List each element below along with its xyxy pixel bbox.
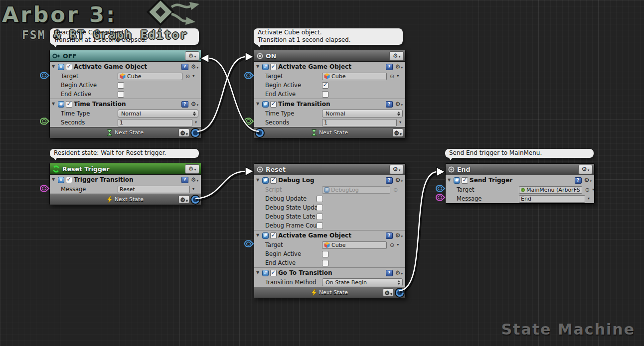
behavior-settings-button[interactable]: ⚙▾ <box>584 177 592 183</box>
time-type-dropdown[interactable]: Normal <box>322 110 403 117</box>
begin-active-checkbox[interactable] <box>118 82 124 89</box>
output-port[interactable] <box>396 289 404 297</box>
comment-bubble-off[interactable]: Deactivate Cube object. Transition at 1 … <box>50 28 199 45</box>
fold-arrow-icon[interactable]: ▼ <box>52 65 56 69</box>
transition-arrowhead[interactable] <box>200 54 209 63</box>
fold-arrow-icon[interactable]: ▼ <box>52 102 56 106</box>
input-slot-gameobject[interactable] <box>244 240 254 247</box>
state-settings-button[interactable]: ⚙▾ <box>389 165 404 174</box>
state-header-reset-trigger[interactable]: Reset Trigger ⚙▾ <box>50 163 201 175</box>
state-settings-button[interactable]: ⚙▾ <box>185 51 199 61</box>
transition-settings-button[interactable]: ⚙▾ <box>392 128 403 137</box>
help-icon[interactable]: ? <box>181 64 188 70</box>
state-header-off[interactable]: OFF ⚙▾ <box>50 50 201 62</box>
transition-wire[interactable] <box>195 171 246 199</box>
object-picker-icon[interactable]: ⊙ <box>390 242 394 248</box>
object-picker-icon[interactable]: ⊙ <box>585 187 590 193</box>
output-port[interactable] <box>256 129 264 137</box>
data-slot-dropdown-icon[interactable]: ▾ <box>192 187 194 191</box>
input-slot-gameobject[interactable] <box>244 72 254 79</box>
input-slot-float[interactable] <box>39 117 50 125</box>
behavior-settings-button[interactable]: ⚙▾ <box>191 101 198 107</box>
input-slot-string[interactable] <box>435 194 446 201</box>
begin-active-checkbox[interactable]: ✓ <box>322 82 328 89</box>
behavior-enabled-checkbox[interactable]: ✓ <box>270 64 277 70</box>
state-settings-button[interactable]: ⚙▾ <box>578 165 593 174</box>
help-icon[interactable]: ? <box>181 101 188 108</box>
transition-settings-button[interactable]: ⚙▾ <box>178 128 189 137</box>
message-input[interactable]: End <box>519 195 585 203</box>
data-slot-dropdown-icon[interactable]: ▾ <box>592 188 594 192</box>
input-slot-gameobject[interactable] <box>435 185 446 192</box>
debug-frame-count-checkbox[interactable] <box>317 223 323 229</box>
object-picker-icon[interactable]: ⊙ <box>390 74 394 79</box>
time-type-dropdown[interactable]: Normal <box>118 110 198 117</box>
help-icon[interactable]: ? <box>386 232 393 239</box>
fold-arrow-icon[interactable]: ▼ <box>256 178 261 182</box>
behavior-settings-button[interactable]: ⚙▾ <box>395 270 403 276</box>
fold-arrow-icon[interactable]: ▼ <box>256 271 261 275</box>
help-icon[interactable]: ? <box>386 64 393 70</box>
output-port[interactable] <box>191 129 199 137</box>
input-slot-gameobject[interactable] <box>39 72 50 79</box>
help-icon[interactable]: ? <box>575 177 582 184</box>
behavior-settings-button[interactable]: ⚙▾ <box>395 232 403 238</box>
fold-arrow-icon[interactable]: ▼ <box>256 65 261 69</box>
data-slot-dropdown-icon[interactable]: ▾ <box>397 243 399 247</box>
end-active-checkbox[interactable] <box>322 91 328 98</box>
comment-bubble-end[interactable]: Send End trigger to MainMenu. <box>445 149 594 158</box>
data-slot-dropdown-icon[interactable]: ▾ <box>588 197 590 201</box>
behavior-enabled-checkbox[interactable]: ✓ <box>66 101 72 108</box>
input-slot-float[interactable] <box>244 117 254 125</box>
behavior-settings-button[interactable]: ⚙▾ <box>191 64 198 70</box>
debug-update-checkbox[interactable] <box>317 196 323 202</box>
target-object-field[interactable]: Cube <box>118 73 182 80</box>
behavior-settings-button[interactable]: ⚙▾ <box>191 177 198 183</box>
data-slot-dropdown-icon[interactable]: ▾ <box>195 120 197 124</box>
seconds-input[interactable]: 1 <box>118 119 192 126</box>
data-slot-dropdown-icon[interactable]: ▾ <box>397 74 399 78</box>
behavior-enabled-checkbox[interactable]: ✓ <box>270 270 277 276</box>
help-icon[interactable]: ? <box>386 101 393 108</box>
behavior-enabled-checkbox[interactable]: ✓ <box>270 232 277 239</box>
state-header-on[interactable]: ON ⚙▾ <box>254 50 405 62</box>
fold-arrow-icon[interactable]: ▼ <box>52 178 56 182</box>
message-input[interactable]: Reset <box>118 186 190 193</box>
fold-arrow-icon[interactable]: ▼ <box>256 233 261 237</box>
state-settings-button[interactable]: ⚙▾ <box>389 51 404 61</box>
output-port[interactable] <box>191 196 199 204</box>
transition-settings-button[interactable]: ⚙▾ <box>178 195 189 204</box>
input-slot-string[interactable] <box>39 185 50 192</box>
transition-method-dropdown[interactable]: On State Begin <box>322 278 403 286</box>
debug-state-update-checkbox[interactable] <box>317 205 323 211</box>
help-icon[interactable]: ? <box>386 270 393 276</box>
transition-wire[interactable] <box>197 57 246 131</box>
transition-arrowhead[interactable] <box>245 52 254 61</box>
comment-bubble-on[interactable]: Activate Cube object. Transition at 1 se… <box>254 28 403 45</box>
begin-active-checkbox[interactable] <box>322 251 328 257</box>
seconds-input[interactable]: 1 <box>322 119 397 126</box>
behavior-enabled-checkbox[interactable]: ✓ <box>270 177 277 184</box>
target-object-field[interactable]: Cube <box>322 73 387 80</box>
behavior-settings-button[interactable]: ⚙▾ <box>395 177 403 183</box>
behavior-enabled-checkbox[interactable]: ✓ <box>66 177 72 183</box>
comment-bubble-reset-trigger[interactable]: Resident state: Wait for Reset trigger. <box>50 149 199 158</box>
data-slot-dropdown-icon[interactable]: ▾ <box>192 74 194 78</box>
transition-settings-button[interactable]: ⚙▾ <box>383 288 394 297</box>
behavior-settings-button[interactable]: ⚙▾ <box>395 64 403 70</box>
target-object-field[interactable]: MainMenu (ArborFS <box>519 186 582 194</box>
fold-arrow-icon[interactable]: ▼ <box>448 178 452 182</box>
help-icon[interactable]: ? <box>181 177 188 183</box>
help-icon[interactable]: ? <box>386 177 393 184</box>
transition-arrowhead[interactable] <box>437 167 445 176</box>
behavior-enabled-checkbox[interactable]: ✓ <box>462 177 468 184</box>
end-active-checkbox[interactable] <box>322 260 328 266</box>
state-header-reset[interactable]: Reset ⚙▾ <box>254 164 405 175</box>
behavior-enabled-checkbox[interactable]: ✓ <box>66 64 72 70</box>
state-header-end[interactable]: End ⚙▾ <box>446 164 594 175</box>
data-slot-dropdown-icon[interactable]: ▾ <box>399 120 401 124</box>
behavior-settings-button[interactable]: ⚙▾ <box>395 101 403 107</box>
transition-arrowhead[interactable] <box>245 167 254 176</box>
state-settings-button[interactable]: ⚙▾ <box>185 164 199 174</box>
object-picker-icon[interactable]: ⊙ <box>185 74 190 79</box>
